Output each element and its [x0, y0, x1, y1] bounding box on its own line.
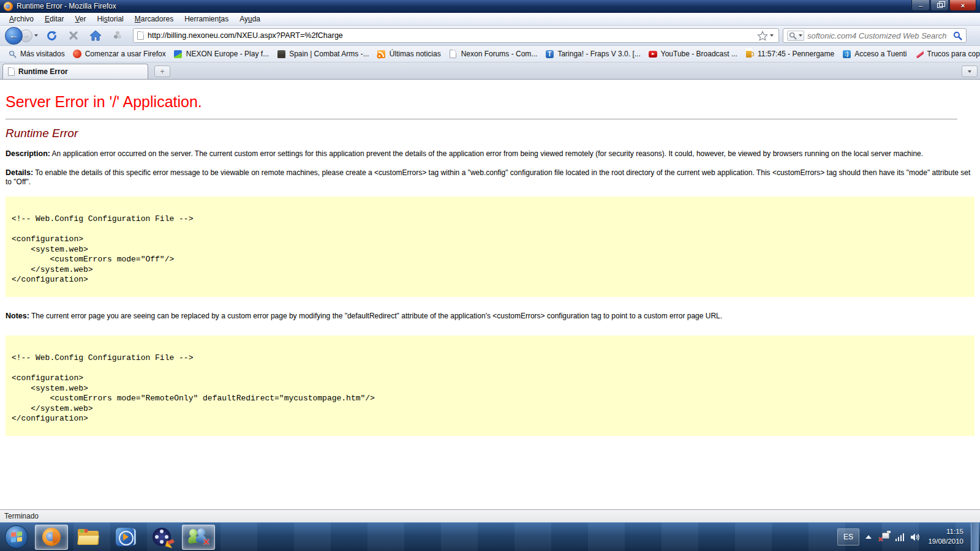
page-content: Server Error in '/' Application. Runtime… — [0, 80, 980, 509]
list-all-tabs-button[interactable] — [962, 66, 978, 77]
language-indicator[interactable]: ES — [837, 528, 859, 545]
menu-ayuda[interactable]: Ayuda — [234, 13, 266, 24]
signal-strength-icon[interactable] — [895, 533, 905, 541]
taskbar-firefox-button[interactable] — [35, 525, 68, 550]
bookmark-nexon-europe[interactable]: NEXON Europe - Play f... — [170, 48, 273, 60]
bookmark-trucos[interactable]: Trucos para copiar y h... — [911, 48, 980, 60]
urlbar-dropdown-icon[interactable] — [770, 34, 774, 37]
bookmark-tuenti[interactable]: :) Acceso a Tuenti — [838, 48, 910, 60]
bookmark-taringa[interactable]: T Taringa! - Fraps V 3.0. [... — [541, 48, 644, 60]
taskbar-messenger-button[interactable]: × — [182, 525, 215, 550]
start-button[interactable] — [5, 525, 28, 549]
server-error-heading: Server Error in '/' Application. — [6, 93, 974, 111]
bookmark-star-icon[interactable] — [757, 31, 768, 41]
show-hidden-icons-button[interactable] — [865, 535, 872, 539]
menu-editar[interactable]: Editar — [39, 13, 69, 24]
network-status-icon[interactable]: × — [879, 533, 889, 542]
search-bar[interactable] — [783, 28, 967, 43]
search-engine-dropdown-icon — [799, 34, 802, 37]
search-input[interactable] — [807, 31, 953, 40]
most-visited-icon — [7, 49, 17, 59]
rss-icon — [377, 49, 386, 59]
window-controls: – × — [911, 0, 976, 11]
status-bar: Terminado — [0, 509, 980, 522]
bookmark-mas-visitados[interactable]: Más visitados — [4, 48, 69, 60]
media-player-icon — [116, 528, 134, 546]
taskbar-media-player-button[interactable] — [108, 525, 141, 550]
bookmarks-toolbar: Más visitados Comenzar a usar Firefox NE… — [0, 46, 980, 62]
home-button[interactable] — [89, 30, 102, 41]
tab-runtime-error[interactable]: Runtime Error — [2, 64, 148, 79]
taskbar-explorer-button[interactable] — [72, 525, 105, 550]
stop-button[interactable] — [69, 31, 78, 40]
menu-ver[interactable]: Ver — [69, 13, 91, 24]
notes-paragraph: Notes: The current error page you are se… — [6, 312, 974, 321]
new-tab-button[interactable]: + — [154, 66, 170, 77]
menu-herramientas[interactable]: Herramientas — [179, 13, 234, 24]
stop-icon — [69, 31, 78, 40]
beer-icon — [745, 49, 755, 59]
home-icon — [89, 30, 102, 41]
extension-icon — [113, 31, 123, 40]
tab-favicon — [8, 67, 15, 76]
bookmark-nexon-forums[interactable]: Nexon Forums - Com... — [445, 48, 541, 60]
volume-icon[interactable] — [910, 533, 921, 542]
bookmark-combat-arms[interactable]: Spain | Combat Arms -... — [273, 48, 373, 60]
screen: Runtime Error - Mozilla Firefox – × Arch… — [0, 0, 980, 551]
plus-icon: + — [160, 67, 165, 76]
firefox-icon — [4, 2, 13, 11]
window-title: Runtime Error - Mozilla Firefox — [17, 2, 116, 10]
minimize-button[interactable]: – — [911, 0, 930, 11]
search-engine-selector[interactable] — [787, 31, 804, 41]
runtime-error-heading: Runtime Error — [6, 127, 974, 140]
bookmark-youtube[interactable]: YouTube - Broadcast ... — [644, 48, 741, 60]
system-tray: ES × 11:15 19/08/2010 — [837, 527, 970, 546]
messenger-icon: × — [188, 528, 209, 546]
taskbar-movie-maker-button[interactable] — [145, 525, 178, 550]
page-favicon — [137, 31, 144, 40]
page-icon — [448, 49, 458, 59]
tray-time: 11:15 — [928, 527, 963, 537]
show-desktop-button[interactable] — [971, 523, 979, 551]
youtube-icon — [648, 49, 658, 59]
combat-arms-icon — [276, 49, 286, 59]
firefox-icon — [42, 528, 61, 546]
back-button[interactable]: ← — [5, 27, 23, 45]
close-icon: × — [961, 2, 965, 9]
url-input[interactable] — [148, 31, 757, 40]
url-bar[interactable] — [133, 28, 779, 43]
history-dropdown-icon[interactable] — [34, 34, 38, 37]
menu-marcadores[interactable]: Marcadores — [129, 13, 179, 24]
details-label: Details: — [6, 168, 33, 177]
tray-date: 19/08/2010 — [928, 537, 963, 547]
description-label: Description: — [6, 149, 50, 158]
description-paragraph: Description: An application error occurr… — [6, 149, 974, 159]
status-text: Terminado — [4, 512, 39, 520]
clock[interactable]: 11:15 19/08/2010 — [928, 527, 963, 546]
extension-button[interactable] — [113, 31, 123, 40]
restore-icon — [937, 3, 943, 8]
window-titlebar: Runtime Error - Mozilla Firefox – × — [0, 0, 980, 13]
search-engine-icon — [789, 32, 797, 40]
restore-button[interactable] — [930, 0, 949, 11]
menu-archivo[interactable]: Archivo — [4, 13, 39, 24]
movie-maker-icon — [153, 528, 171, 546]
minimize-icon: – — [919, 2, 922, 9]
bookmark-pennergame[interactable]: 11:57:45 - Pennergame — [741, 48, 838, 60]
chevron-down-icon — [968, 70, 971, 73]
reload-button[interactable] — [46, 30, 58, 42]
windows-taskbar: × ES × 11:15 19/08/2010 — [0, 522, 980, 551]
web-config-code-block-2: <!-- Web.Config Configuration File --> <… — [6, 335, 974, 436]
bookmark-ultimas-noticias[interactable]: Últimas noticias — [373, 48, 445, 60]
folder-icon — [78, 529, 99, 545]
divider — [6, 119, 957, 119]
brush-icon — [914, 49, 924, 59]
tab-strip: Runtime Error + — [0, 62, 980, 80]
web-config-code-block-1: <!-- Web.Config Configuration File --> <… — [6, 197, 974, 297]
menu-historial[interactable]: Historial — [91, 13, 129, 24]
bookmark-comenzar-firefox[interactable]: Comenzar a usar Firefox — [69, 48, 170, 60]
search-go-icon[interactable] — [953, 31, 962, 40]
close-button[interactable]: × — [949, 0, 976, 11]
details-paragraph: Details: To enable the details of this s… — [6, 168, 974, 187]
navigation-toolbar: ← → — [0, 26, 980, 46]
